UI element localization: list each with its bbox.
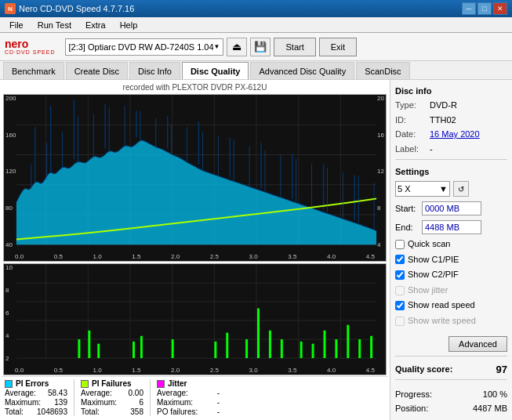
drive-selector[interactable]: [2:3] Optiarc DVD RW AD-7240S 1.04 ▼ xyxy=(65,38,224,56)
pi-failures-maximum-row: Maximum: 6 xyxy=(81,398,143,407)
quick-scan-row: Quick scan xyxy=(395,237,507,252)
show-jitter-row: Show jitter xyxy=(395,284,507,298)
svg-rect-36 xyxy=(269,331,271,358)
menu-run-test[interactable]: Run Test xyxy=(31,19,78,31)
end-mb-input[interactable] xyxy=(422,220,481,234)
cd-brand-text: CD·DVD SPEED xyxy=(5,49,56,55)
jitter-label: Jitter xyxy=(157,379,220,388)
speed-prog-value: 5.04 X xyxy=(482,416,507,420)
drive-label: [2:3] Optiarc DVD RW AD-7240S 1.04 xyxy=(69,42,214,52)
disc-info-title: Disc info xyxy=(395,86,507,96)
quick-scan-checkbox[interactable] xyxy=(395,240,405,249)
svg-rect-31 xyxy=(172,339,174,358)
id-key: ID: xyxy=(395,114,427,127)
pi-errors-label: PI Errors xyxy=(5,379,67,388)
advanced-button[interactable]: Advanced xyxy=(448,336,507,352)
show-read-speed-row: Show read speed xyxy=(395,299,507,313)
quick-scan-label: Quick scan xyxy=(408,237,450,252)
window-title: Nero CD-DVD Speed 4.7.7.16 xyxy=(19,4,134,13)
tab-disc-info[interactable]: Disc Info xyxy=(129,62,180,79)
quality-score-row: Quality score: 97 xyxy=(395,364,507,375)
progress-section: Progress: 100 % Position: 4487 MB Speed:… xyxy=(395,387,507,420)
tab-bar: Benchmark Create Disc Disc Info Disc Qua… xyxy=(0,61,512,80)
main-content: recorded with PLEXTOR DVDR PX-612U 200 1… xyxy=(0,80,512,420)
po-failures-row: PO failures: - xyxy=(157,407,220,416)
svg-rect-43 xyxy=(358,339,361,358)
svg-rect-38 xyxy=(300,342,303,358)
maximize-button[interactable]: □ xyxy=(478,2,492,15)
svg-rect-32 xyxy=(214,342,216,358)
pi-errors-stats: PI Errors Average: 58.43 Maximum: 139 To… xyxy=(5,379,67,416)
title-bar-controls: ─ □ ✕ xyxy=(462,2,507,15)
pi-failures-total-row: Total: 358 xyxy=(81,407,143,416)
settings-refresh-button[interactable]: ↺ xyxy=(453,181,469,197)
pi-failures-average-row: Average: 0.00 xyxy=(81,389,143,397)
divider-3 xyxy=(395,379,507,380)
id-row: ID: TTH02 xyxy=(395,114,507,127)
svg-rect-39 xyxy=(312,343,314,357)
show-jitter-checkbox[interactable] xyxy=(395,286,405,295)
exit-button[interactable]: Exit xyxy=(319,38,357,56)
tab-scandisc[interactable]: ScanDisc xyxy=(356,62,409,79)
show-c2pif-row: Show C2/PIF xyxy=(395,268,507,282)
start-mb-input[interactable] xyxy=(422,201,481,215)
show-c2pif-label: Show C2/PIF xyxy=(408,268,459,282)
svg-rect-29 xyxy=(133,342,135,358)
type-value: DVD-R xyxy=(430,99,457,112)
show-c2pif-checkbox[interactable] xyxy=(395,270,405,280)
show-read-speed-label: Show read speed xyxy=(408,299,475,313)
position-row: Position: 4487 MB xyxy=(395,401,507,416)
type-key: Type: xyxy=(395,99,427,112)
pi-errors-average-row: Average: 58.43 xyxy=(5,389,67,397)
svg-rect-34 xyxy=(245,339,248,358)
show-write-speed-label: Show write speed xyxy=(408,314,476,328)
sidebar: Disc info Type: DVD-R ID: TTH02 Date: 16… xyxy=(390,80,512,420)
svg-rect-40 xyxy=(323,331,325,358)
show-read-speed-checkbox[interactable] xyxy=(395,301,405,310)
show-write-speed-checkbox[interactable] xyxy=(395,317,405,326)
type-row: Type: DVD-R xyxy=(395,99,507,112)
menu-bar: File Run Test Extra Help xyxy=(0,17,512,33)
menu-help[interactable]: Help xyxy=(114,19,144,31)
start-button[interactable]: Start xyxy=(274,38,315,56)
toolbar: nero CD·DVD SPEED [2:3] Optiarc DVD RW A… xyxy=(0,33,512,61)
y-axis-left-upper: 200 160 120 80 40 xyxy=(5,95,16,248)
quality-score-value: 97 xyxy=(496,364,507,375)
title-bar-left: N Nero CD-DVD Speed 4.7.7.16 xyxy=(5,3,134,14)
menu-extra[interactable]: Extra xyxy=(79,19,112,31)
chart-area: recorded with PLEXTOR DVDR PX-612U 200 1… xyxy=(0,80,390,420)
upper-chart: 200 160 120 80 40 20 16 12 8 4 0.0 0.5 1… xyxy=(3,94,387,262)
eject-button[interactable]: ⏏ xyxy=(227,38,247,56)
id-value: TTH02 xyxy=(430,114,456,127)
show-c1pie-checkbox[interactable] xyxy=(395,255,405,264)
svg-rect-26 xyxy=(78,339,80,358)
lower-chart: 10 8 6 4 2 0.0 0.5 1.0 1.5 2.0 2.5 3.0 3… xyxy=(3,263,387,375)
tab-advanced-disc-quality[interactable]: Advanced Disc Quality xyxy=(250,62,354,79)
speed-combo[interactable]: 5 X ▼ xyxy=(395,181,450,197)
tab-benchmark[interactable]: Benchmark xyxy=(3,62,64,79)
chart-title: recorded with PLEXTOR DVDR PX-612U xyxy=(2,81,388,93)
lower-chart-svg xyxy=(4,264,386,375)
svg-rect-27 xyxy=(88,331,90,358)
minimize-button[interactable]: ─ xyxy=(462,2,476,15)
pi-failures-stats: PI Failures Average: 0.00 Maximum: 6 Tot… xyxy=(81,379,143,416)
svg-rect-42 xyxy=(347,324,349,357)
label-row: Label: - xyxy=(395,143,507,156)
close-button[interactable]: ✕ xyxy=(493,2,507,15)
end-mb-row: End: xyxy=(395,220,507,234)
svg-rect-28 xyxy=(97,343,100,357)
pi-errors-total-row: Total: 1048693 xyxy=(5,407,67,416)
jitter-color xyxy=(157,380,165,388)
menu-file[interactable]: File xyxy=(3,19,30,31)
title-bar: N Nero CD-DVD Speed 4.7.7.16 ─ □ ✕ xyxy=(0,0,512,17)
svg-rect-41 xyxy=(335,339,337,358)
settings-title: Settings xyxy=(395,167,507,176)
save-button[interactable]: 💾 xyxy=(250,38,271,56)
svg-rect-33 xyxy=(226,332,228,357)
tab-create-disc[interactable]: Create Disc xyxy=(66,62,128,79)
svg-rect-37 xyxy=(281,339,283,358)
pi-errors-maximum-row: Maximum: 139 xyxy=(5,398,67,407)
svg-rect-30 xyxy=(140,336,143,358)
tab-disc-quality[interactable]: Disc Quality xyxy=(182,62,249,79)
pi-failures-color xyxy=(81,380,89,388)
